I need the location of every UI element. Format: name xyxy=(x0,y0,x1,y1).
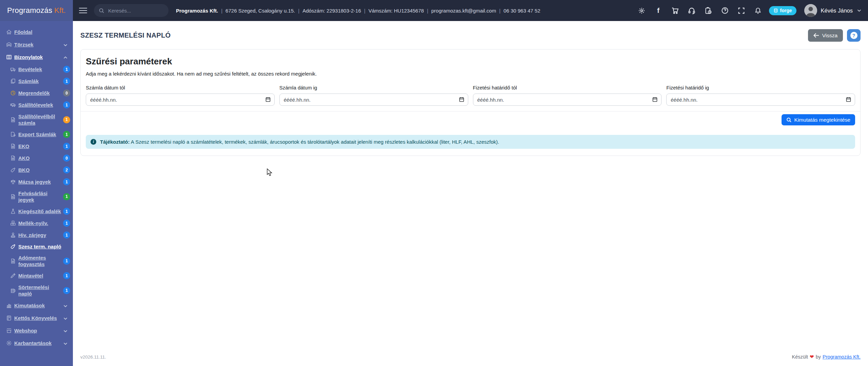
filter-field: Fizetési határidő tól xyxy=(473,85,662,106)
count-badge: 1 xyxy=(63,178,70,185)
sidebar-item-kettos-konyveles[interactable]: Kettős Könyvelés xyxy=(0,312,73,324)
filter-field: Számla dátum tól xyxy=(86,85,275,106)
beer-icon xyxy=(9,288,16,293)
calendar-icon[interactable] xyxy=(459,97,465,104)
sidebar-item-label: Felvásárlási jegyek xyxy=(18,190,62,203)
app-logo[interactable]: Programozás Kft. xyxy=(0,0,73,21)
home-icon xyxy=(5,29,12,35)
search-input[interactable] xyxy=(107,7,164,14)
file-export-icon xyxy=(9,131,16,137)
sidebar-item-bizonylatok[interactable]: Bizonylatok xyxy=(0,51,73,63)
count-badge: 1 xyxy=(63,231,70,239)
topbar-actions: f forge Kévés János xyxy=(636,4,868,17)
sidebar-item-eko[interactable]: EKO1 xyxy=(0,140,73,152)
truck-fast-icon xyxy=(9,102,16,108)
page-header: SZESZ TERMELÉSI NAPLÓ Vissza ? xyxy=(80,29,861,42)
user-name: Kévés János xyxy=(821,7,853,14)
sidebar-item-mintavetel[interactable]: Mintavétel1 xyxy=(0,270,73,282)
count-badge: 1 xyxy=(63,193,70,200)
search-icon xyxy=(786,117,792,123)
sidebar-item-szallitolevelek[interactable]: Szállítólevelek1 xyxy=(0,99,73,111)
user-menu[interactable]: Kévés János xyxy=(804,4,861,17)
sidebar-item-label: Számlák xyxy=(18,78,39,84)
question-mark-icon: ? xyxy=(850,32,857,39)
back-button[interactable]: Vissza xyxy=(808,29,843,42)
main-content: SZESZ TERMELÉSI NAPLÓ Vissza ? Szűrési p… xyxy=(73,21,868,366)
sidebar-item-kimutatasok[interactable]: Kimutatások xyxy=(0,299,73,312)
sidebar-item-label: Bevételek xyxy=(18,66,42,73)
settings-gear-icon[interactable] xyxy=(636,5,648,16)
company-link[interactable]: Programozás Kft. xyxy=(823,354,861,360)
clock-icon xyxy=(9,90,16,96)
support-headset-icon[interactable] xyxy=(686,5,697,16)
sidebar-item-label: Kimutatások xyxy=(14,302,45,309)
bottle-icon xyxy=(9,167,16,173)
chevron-down-icon xyxy=(63,303,67,308)
count-badge: 1 xyxy=(63,220,70,227)
count-badge: 1 xyxy=(63,131,70,138)
scales-icon xyxy=(9,179,16,185)
filter-field: Fizetési határidő ig xyxy=(666,85,855,106)
page-title: SZESZ TERMELÉSI NAPLÓ xyxy=(80,32,171,39)
sidebar-item-export-szamlak[interactable]: Export Számlák1 xyxy=(0,128,73,140)
count-badge: 0 xyxy=(63,155,70,162)
menu-toggle-icon[interactable] xyxy=(79,6,87,15)
tasks-clock-icon[interactable] xyxy=(703,5,714,16)
sidebar-item-mellek-nyilv[interactable]: Mellék-nyilv.1 xyxy=(0,217,73,229)
sidebar-item-szesz-term-naplo[interactable]: Szesz term. napló xyxy=(0,241,73,252)
cart-icon[interactable] xyxy=(669,5,681,16)
flask-icon xyxy=(9,208,16,214)
sidebar-item-label: Mintavétel xyxy=(18,272,43,279)
bottle-icon xyxy=(9,244,16,249)
fullscreen-icon[interactable] xyxy=(736,5,747,16)
calendar-icon[interactable] xyxy=(652,97,658,104)
date-input-3[interactable] xyxy=(666,94,855,106)
sidebar-item-felvasarlasi-jegyek[interactable]: Felvásárlási jegyek1 xyxy=(0,188,73,205)
help-circle-icon[interactable] xyxy=(719,5,731,16)
sidebar-item-label: Webshop xyxy=(14,327,37,334)
sidebar-item-label: Törzsek xyxy=(14,41,34,48)
notifications-bell-icon[interactable] xyxy=(752,5,764,16)
sidebar-item-label: Kettős Könyvelés xyxy=(14,315,57,321)
header-actions: Vissza ? xyxy=(808,29,861,42)
sidebar-item-sortermelesi-naplo[interactable]: Sörtermelési napló1 xyxy=(0,282,73,299)
sidebar-item-fooldal[interactable]: Főoldal xyxy=(0,26,73,38)
search-icon xyxy=(99,8,104,14)
date-input-2[interactable] xyxy=(473,94,662,106)
sidebar-item-kiegeszito-adalek[interactable]: Kiegészítő adalék1 xyxy=(0,205,73,217)
sidebar-item-szallitolevelbol-szamla[interactable]: Szállítólevélből számla1 xyxy=(0,111,73,128)
sidebar-item-bko[interactable]: BKO2 xyxy=(0,164,73,176)
calendar-icon[interactable] xyxy=(265,97,271,104)
sidebar-item-karbantartasok[interactable]: Karbantartások xyxy=(0,337,73,349)
sidebar-item-szamlak[interactable]: Számlák1 xyxy=(0,75,73,87)
calendar-icon[interactable] xyxy=(846,97,851,104)
syringe-icon xyxy=(9,273,16,279)
global-search xyxy=(94,4,169,17)
sidebar-item-ako[interactable]: AKO0 xyxy=(0,152,73,164)
field-label: Fizetési határidő tól xyxy=(473,85,662,90)
sidebar-item-torzsek[interactable]: Törzsek xyxy=(0,38,73,51)
sidebar-item-webshop[interactable]: Webshop xyxy=(0,324,73,337)
sidebar-item-adomentes-fogyasztas[interactable]: Adómentes fogyasztás1 xyxy=(0,252,73,270)
count-badge: 0 xyxy=(63,89,70,97)
sidebar-item-bevetelek[interactable]: Bevételek1 xyxy=(0,63,73,75)
sidebar-item-megrendelok[interactable]: Megrendelők0 xyxy=(0,87,73,99)
sidebar-item-hiv-zarjegy[interactable]: Hiv. zárjegy1 xyxy=(0,229,73,241)
help-button[interactable]: ? xyxy=(847,29,861,42)
date-input-0[interactable] xyxy=(86,94,275,106)
sidebar-item-label: Export Számlák xyxy=(18,131,56,138)
sidebar-item-label: Karbantartások xyxy=(14,340,52,346)
company-info-segment: Vámszám: HU12345678 xyxy=(369,8,424,14)
facebook-icon[interactable]: f xyxy=(653,5,664,16)
chevron-down-icon xyxy=(857,9,861,12)
file-invoice-icon xyxy=(9,194,16,200)
sidebar-item-label: Adómentes fogyasztás xyxy=(18,255,62,267)
sidebar-item-mazsa-jegyek[interactable]: Mázsa jegyek1 xyxy=(0,176,73,188)
view-report-button[interactable]: Kimutatás megtekintése xyxy=(782,114,855,125)
chevron-down-icon xyxy=(63,328,67,333)
sidebar-item-label: EKO xyxy=(18,143,29,149)
app-version: v2026.11.11. xyxy=(80,354,106,360)
sidebar-item-label: Főoldal xyxy=(14,29,32,35)
date-input-1[interactable] xyxy=(279,94,468,106)
forge-badge[interactable]: forge xyxy=(769,6,796,15)
